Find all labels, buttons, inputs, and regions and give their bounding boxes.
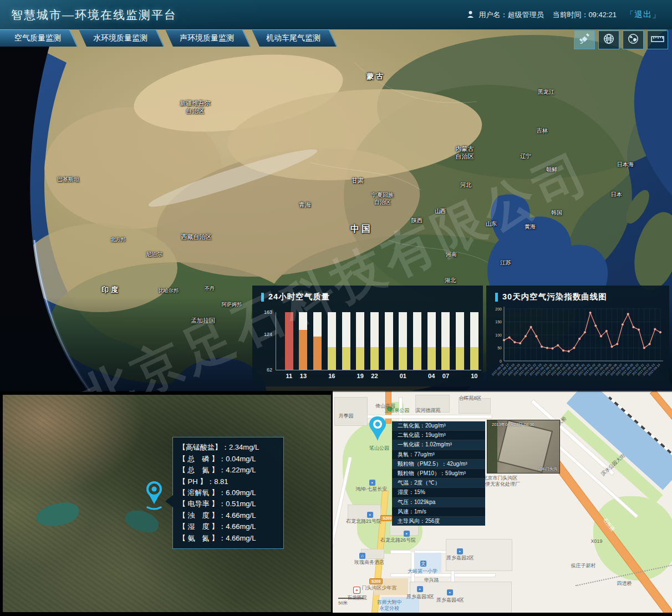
bottom-panels: 【高锰酸盐】：2.34mg/L【 总 磷 】：0.04mg/L【 总 氮 】：4…: [0, 391, 672, 616]
tab-3[interactable]: 声环境质量监测: [165, 29, 251, 47]
current-time: 当前时间：09:42:21: [552, 10, 617, 20]
street-map-label: X019: [590, 538, 602, 544]
tab-2[interactable]: 水环境质量监测: [79, 29, 164, 47]
bar: [356, 312, 364, 370]
panel-title-row: 30天内空气污染指数曲线图: [486, 286, 669, 302]
bar-slot: [313, 312, 322, 370]
camera-name: 10#-门头沟: [538, 466, 557, 472]
street-map-label: 侯庄子新村: [571, 563, 596, 569]
bar-slot: [413, 312, 421, 370]
china-satellite-map[interactable]: 蒙古新疆维吾尔 自治区黑龙江吉林内蒙古 自治区辽宁朝鲜日本海甘肃日本宁夏回族 自…: [0, 29, 672, 392]
bar-slot: [342, 312, 350, 370]
bar-slot: 22: [370, 312, 379, 370]
ruler-tool-button[interactable]: [647, 30, 668, 49]
bar: [470, 312, 478, 370]
water-metrics-list: 【高锰酸盐】：2.34mg/L【 总 磷 】：0.04mg/L【 总 氮 】：4…: [173, 437, 283, 548]
bar-chart: 16312462 111316192201040710: [276, 312, 481, 370]
street-map-label: 鸿坤·七星长安: [356, 486, 388, 492]
tab-1[interactable]: 空气质量监测: [0, 29, 78, 47]
camera-photo-rooftop: [497, 420, 553, 473]
school-poi-icon: 文: [420, 561, 426, 567]
panel-title-row: 24小时空气质量: [252, 286, 483, 302]
bar-x-label: 10: [471, 373, 477, 379]
satellite-icon: [578, 33, 591, 47]
tab-4[interactable]: 机动车尾气监测: [252, 29, 337, 47]
road-shield: S209: [369, 578, 383, 584]
user-icon: [466, 10, 475, 20]
app-root: 智慧城市—环境在线监测平台 用户名：超级管理员 当前时间：09:42:21 「退…: [0, 0, 672, 616]
bar-x-label: 07: [442, 373, 449, 379]
bar-value-fill: [328, 347, 336, 370]
bar: [456, 312, 464, 370]
water-metric-row: 【 PH 】：8.81: [179, 477, 278, 487]
street-map-label: 首师大附中 永定分校: [377, 599, 402, 612]
bar-value-fill: [470, 347, 478, 370]
air-metric-row: 臭氧：77ug/m³: [392, 450, 485, 459]
street-huaxing-road: [391, 574, 495, 577]
bar-slot: 04: [427, 312, 436, 370]
globe-grid-tool-button[interactable]: [598, 30, 619, 49]
satellite-tool-button[interactable]: [574, 30, 595, 49]
scale-line: [338, 598, 364, 599]
bar-value-fill: [456, 347, 464, 370]
air-station-street-map[interactable]: ▪ ▪ ⌂ ▪ 文 + ▪ ▪ ▪ 二氧化氮：20ug/m³二氧化硫：19ug/…: [333, 391, 672, 613]
air-metric-row: 二氧化氮：20ug/m³: [392, 421, 485, 430]
bar: [285, 312, 293, 370]
building-poi-icon: ▪: [404, 531, 410, 537]
water-quality-map[interactable]: 【高锰酸盐】：2.34mg/L【 总 磷 】：0.04mg/L【 总 氮 】：4…: [3, 395, 331, 612]
building-poi-icon: ▪: [369, 480, 375, 486]
svg-text:150: 150: [495, 320, 502, 324]
building-poi-icon: ▪: [367, 512, 373, 518]
reservoir-shape: [35, 501, 81, 528]
air-station-pin[interactable]: [367, 415, 388, 442]
scale-text: 50米: [338, 600, 348, 605]
bar-y-tick: 62: [267, 367, 272, 373]
street-map-label: 立惠泉公园: [385, 408, 410, 414]
water-metric-row: 【 总 磷 】：0.04mg/L: [179, 454, 278, 464]
street-map-label: 原乡嘉园2区: [446, 555, 474, 561]
title-accent-bar: [261, 293, 264, 302]
air-metric-row: 主导风向：256度: [392, 517, 485, 526]
water-metric-row: 【 湿 度 】：4.66mg/L: [179, 522, 278, 532]
water-station-pin[interactable]: [141, 479, 167, 511]
street-map-label: 门头沟区少年宫: [362, 585, 397, 591]
bar-slot: [385, 312, 393, 370]
tab-label: 水环境质量监测: [93, 33, 147, 42]
title-accent-bar: [495, 293, 498, 302]
bar-value-fill: [299, 330, 307, 370]
bar-x-label: 22: [371, 373, 378, 379]
bar: [399, 312, 407, 370]
bar-x-label: 13: [300, 373, 307, 379]
logout-button[interactable]: 「退出」: [625, 9, 661, 20]
hotel-poi-icon: ⌂: [359, 553, 365, 559]
line-chart: 0501001502002017-08-162017-08-172017-08-…: [490, 306, 666, 384]
bar-slot: [456, 312, 464, 370]
bar: [328, 312, 336, 370]
bar-value-fill: [356, 347, 364, 370]
bar-y-tick: 124: [264, 332, 272, 337]
air-metric-row: 气压：1029kpa: [392, 498, 485, 507]
bar-value-fill: [370, 347, 379, 370]
tab-label: 空气质量监测: [14, 33, 61, 42]
street-map-label: 原乡嘉园3区: [406, 594, 434, 600]
air-metric-row: 颗粒物（PM10）：59ug/m³: [392, 469, 485, 478]
building-block: [348, 505, 380, 520]
bar-x-label: 01: [400, 373, 406, 379]
bar: [385, 312, 393, 370]
water-metric-row: 【高锰酸盐】：2.34mg/L: [179, 442, 278, 452]
street-map-label: 大峪第一小学: [408, 568, 437, 574]
camera-timestamp: 2013年04月28日 08:36: [492, 422, 558, 427]
street-map-label: 合晖苑8区: [459, 395, 481, 401]
tab-label: 声环境质量监测: [180, 33, 234, 42]
hospital-poi-icon: +: [354, 587, 360, 593]
tab-label: 机动车尾气监测: [266, 33, 320, 42]
bar-slot: 01: [399, 312, 407, 370]
panel-title: 24小时空气质量: [268, 292, 330, 302]
street-map-label: 月季园: [339, 413, 354, 419]
air-metric-row: 风速：1m/s: [392, 507, 485, 516]
bar: [313, 312, 322, 370]
water-metric-row: 【 氨 氮 】：4.66mg/L: [179, 533, 278, 543]
earth-tool-button[interactable]: [623, 30, 644, 49]
bar-slot: 13: [299, 312, 307, 370]
bar: [299, 312, 307, 370]
